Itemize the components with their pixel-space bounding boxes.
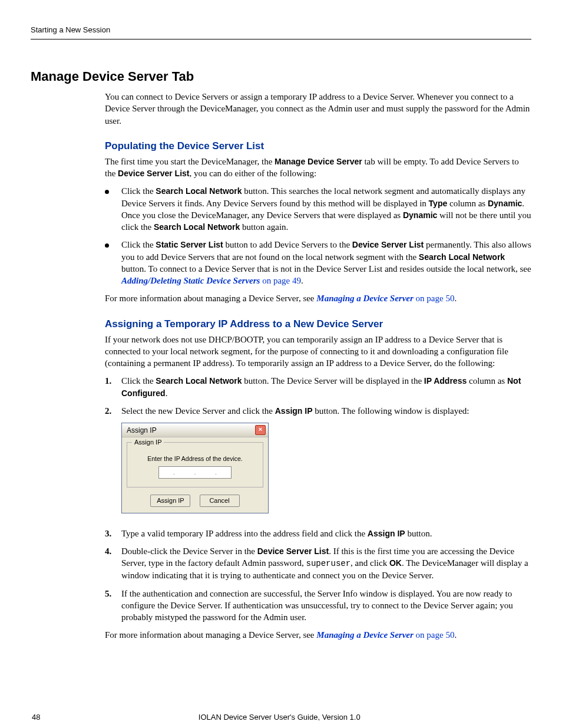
link-managing-device-server-2[interactable]: Managing a Device Server on page 50 [316,630,454,640]
section1-outro: For more information about managing a De… [105,292,531,304]
intro-paragraph: You can connect to Device Servers or ass… [105,91,531,127]
dialog-title: Assign IP [127,426,157,435]
list-item: 4. Double-click the Device Server in the… [105,545,531,581]
dialog-titlebar: Assign IP × [122,423,268,437]
assign-ip-dialog: Assign IP × Assign IP Enter the IP Addre… [121,423,269,513]
section1-intro: The first time you start the DeviceManag… [105,156,531,180]
bullet-icon [105,239,121,286]
link-managing-device-server-1[interactable]: Managing a Device Server on page 50 [316,294,454,303]
page-footer: 48 IOLAN Device Server User's Guide, Ver… [31,712,531,723]
step1-text: Click the Search Local Network button. T… [121,375,531,399]
footer-text: IOLAN Device Server User's Guide, Versio… [40,712,518,723]
list-item: Click the Search Local Network button. T… [105,185,531,233]
list-item: Click the Static Server List button to a… [105,239,531,286]
step2-text: Select the new Device Server and click t… [121,405,531,522]
fieldset-legend: Assign IP [132,438,164,447]
step5-text: If the authentication and connection are… [121,588,531,624]
step-number: 3. [105,528,121,539]
cancel-button[interactable]: Cancel [200,495,240,507]
step-number: 4. [105,545,121,581]
list-item: 5. If the authentication and connection … [105,588,531,624]
step3-text: Type a valid temporary IP address into t… [121,528,531,539]
list-item: 1. Click the Search Local Network button… [105,375,531,399]
dialog-prompt: Enter the IP Address of the device. [132,454,258,463]
bullet1-text: Click the Search Local Network button. T… [121,185,531,233]
heading-populating: Populating the Device Server List [105,140,531,153]
heading-h1: Manage Device Server Tab [31,68,531,85]
step-list: 1. Click the Search Local Network button… [105,375,531,623]
section2-outro: For more information about managing a De… [105,629,531,641]
page-number: 48 [32,712,40,723]
list-item: 3. Type a valid temporary IP address int… [105,528,531,539]
bullet-icon [105,185,121,233]
section2-intro: If your network does not use DHCP/BOOTP,… [105,334,531,370]
step-number: 2. [105,405,121,522]
heading-assign-temp-ip: Assigning a Temporary IP Address to a Ne… [105,318,531,331]
ip-address-input[interactable]: . . . [158,466,232,479]
link-add-delete-static[interactable]: Adding/Deleting Static Device Servers on… [121,276,301,285]
bullet2-text: Click the Static Server List button to a… [121,239,531,286]
step4-text: Double-click the Device Server in the De… [121,545,531,581]
dialog-fieldset: Assign IP Enter the IP Address of the de… [127,442,263,487]
close-icon[interactable]: × [255,425,266,435]
assign-ip-button[interactable]: Assign IP [150,495,190,507]
step-number: 5. [105,588,121,624]
dialog-buttons: Assign IP Cancel [122,492,268,513]
step-number: 1. [105,375,121,399]
running-header: Starting a New Session [31,25,531,39]
bullet-list: Click the Search Local Network button. T… [105,185,531,286]
list-item: 2. Select the new Device Server and clic… [105,405,531,522]
